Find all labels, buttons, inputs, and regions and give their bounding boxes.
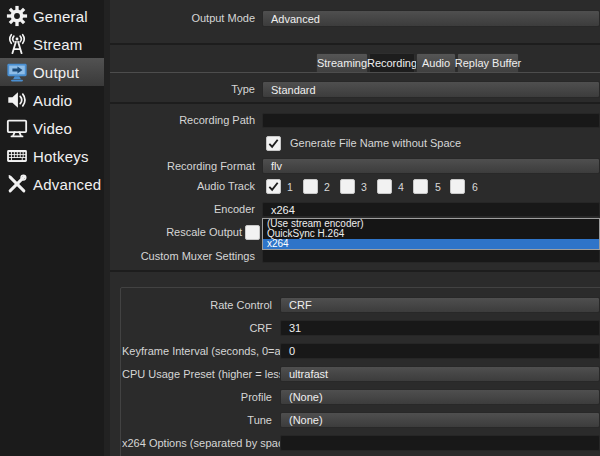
recording-path-label: Recording Path: [110, 113, 255, 128]
output-monitor-icon: [5, 60, 29, 84]
encoder-value: x264: [271, 204, 295, 216]
audio-track-4-checkbox[interactable]: [377, 179, 392, 194]
type-value: Standard: [271, 84, 316, 96]
profile-label: Profile: [122, 389, 272, 405]
obs-settings-window: General Stream: [0, 0, 600, 456]
sidebar-item-video[interactable]: Video: [0, 114, 104, 142]
x264-options-label: x264 Options (separated by space): [122, 435, 272, 451]
rescale-output-label: Rescale Output: [110, 225, 242, 240]
rate-control-value: CRF: [289, 299, 312, 311]
divider: [110, 43, 600, 45]
tools-icon: [5, 172, 29, 196]
sidebar-item-label: Audio: [33, 92, 72, 109]
rate-control-select[interactable]: CRF: [280, 297, 600, 313]
audio-track-2-label: 2: [324, 181, 330, 193]
tune-select[interactable]: (None): [280, 412, 600, 428]
keyframe-interval-input[interactable]: 0: [280, 343, 600, 359]
sidebar-item-advanced[interactable]: Advanced: [0, 170, 104, 198]
audio-track-2-checkbox[interactable]: [303, 179, 318, 194]
sidebar-item-label: General: [33, 8, 88, 25]
encoder-option-quicksync[interactable]: QuickSync H.264: [263, 229, 599, 239]
tune-value: (None): [289, 414, 323, 426]
tab-recording[interactable]: Recording: [369, 53, 415, 72]
recording-format-label: Recording Format: [110, 158, 255, 174]
tab-label: Streaming: [317, 57, 367, 69]
audio-track-6-checkbox[interactable]: [450, 179, 465, 194]
sidebar-item-hotkeys[interactable]: Hotkeys: [0, 142, 104, 170]
tab-label: Audio: [422, 57, 450, 69]
encoder-label: Encoder: [110, 202, 255, 217]
cpu-usage-preset-select[interactable]: ultrafast: [280, 366, 600, 382]
output-mode-label: Output Mode: [110, 10, 255, 27]
sidebar-item-label: Advanced: [33, 176, 101, 193]
rate-control-label: Rate Control: [122, 297, 272, 313]
sidebar-item-label: Hotkeys: [33, 148, 89, 165]
tab-audio[interactable]: Audio: [416, 53, 456, 72]
profile-select[interactable]: (None): [280, 389, 600, 405]
recording-format-value: flv: [271, 160, 282, 172]
audio-track-3-checkbox[interactable]: [340, 179, 355, 194]
output-mode-select[interactable]: Advanced: [262, 10, 600, 27]
audio-track-4-label: 4: [398, 181, 404, 193]
audio-track-1-checkbox[interactable]: [266, 179, 281, 194]
crf-label: CRF: [122, 320, 272, 336]
audio-track-5-label: 5: [435, 181, 441, 193]
audio-track-label: Audio Track: [110, 179, 255, 194]
rescale-output-checkbox[interactable]: [245, 225, 260, 240]
output-mode-value: Advanced: [271, 13, 320, 25]
audio-track-6-label: 6: [472, 181, 478, 193]
cpu-usage-preset-label: CPU Usage Preset (higher = less CPU): [122, 366, 272, 382]
recording-format-select[interactable]: flv: [262, 158, 600, 174]
divider: [110, 102, 600, 104]
x264-options-input[interactable]: [280, 435, 600, 451]
speaker-icon: [5, 88, 29, 112]
cpu-usage-preset-value: ultrafast: [289, 368, 328, 380]
type-select[interactable]: Standard: [262, 81, 600, 98]
monitor-icon: [5, 116, 29, 140]
audio-track-5-checkbox[interactable]: [413, 179, 428, 194]
check-icon: [267, 137, 280, 150]
sidebar-item-stream[interactable]: Stream: [0, 30, 104, 58]
custom-muxer-input[interactable]: [262, 249, 600, 263]
generate-filename-checkbox[interactable]: [266, 136, 281, 151]
sidebar-item-label: Stream: [33, 36, 83, 53]
divider: [110, 270, 600, 272]
recording-path-input[interactable]: [262, 113, 600, 128]
keyframe-interval-label: Keyframe Interval (seconds, 0=auto): [122, 343, 272, 359]
tab-replay-buffer[interactable]: Replay Buffer: [457, 53, 519, 72]
sidebar-item-label: Output: [33, 64, 79, 81]
keyboard-icon: [5, 144, 29, 168]
encoder-option-x264[interactable]: x264: [263, 239, 599, 249]
tab-streaming[interactable]: Streaming: [316, 53, 368, 72]
profile-value: (None): [289, 391, 323, 403]
crf-input[interactable]: 31: [280, 320, 600, 336]
custom-muxer-label: Custom Muxer Settings: [110, 249, 255, 263]
audio-track-1-label: 1: [287, 181, 293, 193]
sidebar-item-output[interactable]: Output: [0, 58, 104, 86]
encoder-select[interactable]: x264: [262, 202, 600, 217]
sidebar-item-audio[interactable]: Audio: [0, 86, 104, 114]
tab-label: Recording: [367, 57, 417, 69]
crf-value: 31: [289, 322, 301, 334]
settings-sidebar: General Stream: [0, 0, 104, 456]
tab-label: Replay Buffer: [455, 57, 521, 69]
audio-track-3-label: 3: [361, 181, 367, 193]
gear-icon: [5, 4, 29, 28]
tune-label: Tune: [122, 412, 272, 428]
generate-filename-label: Generate File Name without Space: [290, 136, 550, 151]
encoder-dropdown-list: (Use stream encoder) QuickSync H.264 x26…: [262, 218, 600, 250]
sidebar-item-label: Video: [33, 120, 72, 137]
check-icon: [267, 180, 280, 193]
type-label: Type: [110, 81, 255, 98]
tab-pane-border: [110, 72, 600, 73]
keyframe-interval-value: 0: [289, 345, 295, 357]
sidebar-item-general[interactable]: General: [0, 2, 104, 30]
broadcast-icon: [5, 32, 29, 56]
